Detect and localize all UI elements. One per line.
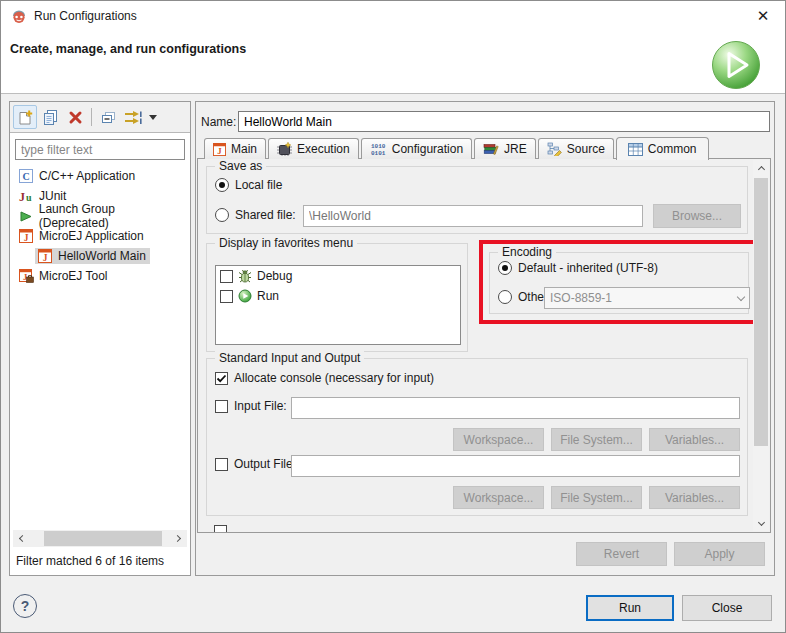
checkbox-unchecked-icon[interactable] [215,400,228,413]
checkbox-unchecked-icon[interactable] [220,290,233,303]
browse-button[interactable]: Browse... [653,204,741,228]
checkbox-unchecked-icon[interactable] [220,270,233,283]
radio-unselected-icon[interactable] [215,208,229,222]
local-file-radio[interactable]: Local file [215,178,282,192]
workspace-button[interactable]: Workspace... [453,486,544,509]
jre-tab-icon [483,142,499,156]
tab-jre[interactable]: JRE [474,138,536,159]
collapse-all-button[interactable] [96,105,120,129]
file-system-button[interactable]: File System... [551,428,642,451]
svg-text:J: J [43,253,48,263]
checkbox-unchecked-icon[interactable] [214,525,227,533]
allocate-console-checkbox[interactable]: Allocate console (necessary for input) [215,371,434,385]
configuration-tab-icon: 10100101 [370,142,387,156]
tree-item-launch-group[interactable]: Launch Group (Deprecated) [10,206,190,226]
tab-configuration[interactable]: 10100101 Configuration [361,138,472,159]
scroll-right-icon[interactable] [170,530,187,547]
tab-main[interactable]: J Main [204,138,266,159]
file-system-button[interactable]: File System... [551,486,642,509]
tab-common[interactable]: Common [616,137,709,160]
variables-button[interactable]: Variables... [649,486,740,509]
encoding-other-combo[interactable]: ISO-8859-1 [544,287,750,309]
configurations-tree: C C/C++ Application Ju JUnit [10,166,190,286]
delete-configuration-button[interactable] [63,105,87,129]
svg-text:J: J [217,146,222,156]
close-window-icon[interactable]: ✕ [751,5,775,27]
duplicate-configuration-button[interactable] [38,105,62,129]
main-tab-icon: J [213,143,226,156]
revert-button[interactable]: Revert [576,542,667,566]
close-button[interactable]: Close [682,595,772,621]
tab-source[interactable]: Source [538,138,614,159]
microej-tool-icon: J [18,269,34,283]
execution-tab-icon [277,142,292,156]
run-icon [238,289,252,303]
workspace-button[interactable]: Workspace... [453,428,544,451]
toolbar-menu-button[interactable] [146,105,160,129]
tree-item-helloworld-main[interactable]: J HelloWorld Main [10,246,190,266]
scroll-left-icon[interactable] [13,530,30,547]
toolbar-separator [91,108,92,126]
checkbox-checked-icon[interactable] [215,372,228,385]
radio-selected-icon[interactable] [215,178,229,192]
tree-item-microej-tool[interactable]: J MicroEJ Tool [10,266,190,286]
shared-file-radio[interactable]: Shared file: [215,208,296,222]
debug-icon [238,269,252,283]
encoding-group: Encoding Default - inherited (UTF-8) Oth… [489,252,749,314]
sidebar-toolbar [10,102,190,133]
c-cpp-application-icon: C [18,169,34,183]
microej-application-icon: J [37,249,53,263]
source-tab-icon [547,142,562,156]
stdio-group: Standard Input and Output Allocate conso… [206,358,748,516]
variables-button[interactable]: Variables... [649,428,740,451]
content-vertical-scrollbar[interactable] [753,160,769,531]
chevron-down-icon [737,292,745,300]
microej-application-icon: J [18,229,34,243]
run-configurations-icon [11,8,27,24]
input-file-field[interactable] [291,397,740,419]
radio-selected-icon[interactable] [498,261,512,275]
svg-text:C: C [22,171,29,182]
shared-file-input[interactable] [303,205,643,227]
encoding-default-radio[interactable]: Default - inherited (UTF-8) [498,261,658,275]
help-icon[interactable]: ? [13,594,37,618]
checkbox-unchecked-icon[interactable] [215,458,228,471]
favorite-run-row[interactable]: Run [216,286,460,306]
radio-unselected-icon[interactable] [498,290,512,304]
output-file-checkbox[interactable]: Output File: [215,457,296,471]
favorites-legend: Display in favorites menu [215,236,357,250]
filter-configurations-button[interactable] [121,105,145,129]
run-button[interactable]: Run [586,595,674,621]
filter-status-text: Filter matched 6 of 16 items [16,554,164,568]
favorites-list: Debug Run [215,265,461,345]
tree-horizontal-scrollbar[interactable] [13,530,187,547]
scroll-down-icon[interactable] [753,515,769,531]
encoding-legend: Encoding [498,245,556,259]
encoding-other-radio[interactable]: Other [498,290,548,304]
scroll-up-icon[interactable] [753,160,769,176]
new-configuration-button[interactable] [13,105,37,129]
tree-item-c-cpp-application[interactable]: C C/C++ Application [10,166,190,186]
scrollbar-thumb[interactable] [754,178,768,446]
common-tab-content: Save as Local file Shared file: Browse..… [197,158,771,533]
dialog-subtitle: Create, manage, and run configurations [10,42,246,56]
svg-text:1010: 1010 [371,143,386,150]
window-title: Run Configurations [34,1,137,31]
save-as-group: Save as Local file Shared file: Browse..… [206,166,748,234]
stdio-legend: Standard Input and Output [215,351,364,365]
output-file-field[interactable] [291,455,740,477]
launch-group-icon [18,209,34,223]
favorite-debug-row[interactable]: Debug [216,266,460,286]
common-tab-icon [628,143,643,156]
configuration-tabs: J Main Execution 10100101 Configuration [204,136,711,159]
tab-execution[interactable]: Execution [268,138,359,159]
apply-button[interactable]: Apply [674,542,765,566]
dialog-header: Create, manage, and run configurations [1,31,785,94]
chevron-down-icon [149,115,157,120]
filter-input[interactable] [15,139,185,160]
save-as-legend: Save as [215,159,266,173]
name-input[interactable] [238,111,770,132]
svg-text:0101: 0101 [371,150,386,156]
input-file-checkbox[interactable]: Input File: [215,399,287,413]
scrollbar-thumb[interactable] [44,531,162,546]
